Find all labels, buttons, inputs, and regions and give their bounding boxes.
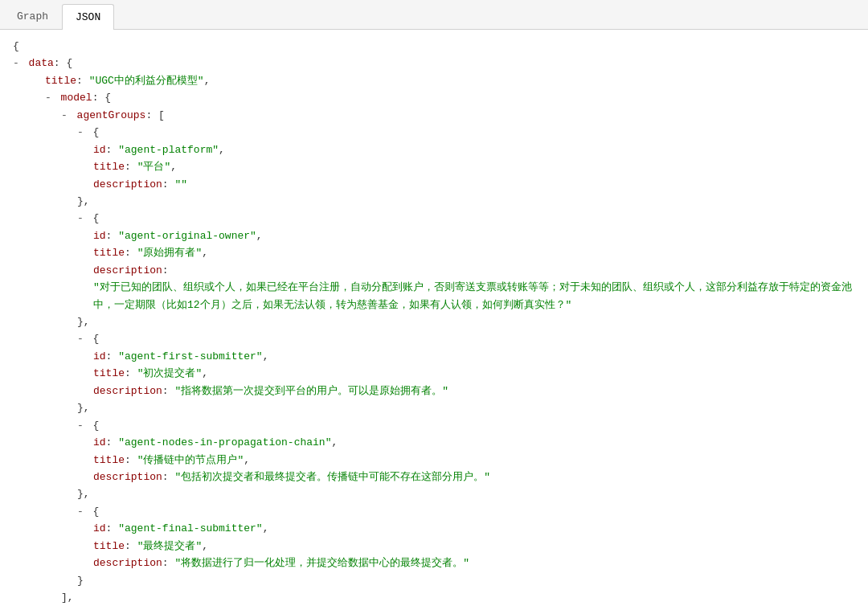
dash-symbol: - [77, 124, 90, 141]
json-string: "最终提交者" [137, 538, 203, 555]
json-trail: , [202, 365, 208, 382]
json-line: description: "指将数据第一次提交到平台的用户。可以是原始拥有者。" [13, 383, 855, 399]
json-line: title: "原始拥有者", [13, 244, 855, 261]
json-line: id: "agent-nodes-in-propagation-chain", [13, 434, 855, 451]
tab-graph[interactable]: Graph [3, 3, 62, 29]
json-line: id: "agent-first-submitter", [13, 348, 855, 365]
json-line: - { [13, 124, 855, 141]
json-string: "原始拥有者" [137, 244, 203, 261]
json-key: title [93, 452, 125, 469]
json-string: "agent-platform" [118, 141, 219, 158]
tab-json[interactable]: JSON [62, 4, 114, 30]
json-key: description [93, 469, 162, 485]
json-punct: : [106, 348, 119, 365]
json-line: title: "初次提交者", [13, 365, 855, 382]
json-punct: : { [54, 55, 72, 72]
json-line: }, [13, 399, 855, 416]
json-punct: : [162, 262, 169, 279]
json-punct: : [125, 538, 137, 555]
json-content: {- data: {title: "UGC中的利益分配模型",- model: … [0, 30, 868, 606]
json-string: "初次提交者" [137, 365, 203, 382]
json-plain: }, [77, 313, 90, 330]
json-line: ], [13, 589, 855, 606]
json-key: title [45, 72, 76, 89]
json-punct: : [162, 555, 175, 571]
json-plain: } [77, 572, 84, 589]
json-string-wrap: "对于已知的团队、组织或个人，如果已经在平台注册，自动分配到账户，否则寄送支票或… [93, 279, 855, 313]
json-line: description: "对于已知的团队、组织或个人，如果已经在平台注册，自动… [13, 262, 855, 313]
json-key: model [61, 89, 92, 106]
json-line: description: "将数据进行了归一化处理，并提交给数据中心的最终提交者… [13, 555, 855, 571]
json-punct: { [93, 124, 100, 141]
json-line: id: "agent-original-owner", [13, 227, 855, 244]
json-key: description [93, 176, 162, 193]
json-key: title [93, 158, 125, 175]
json-plain: ], [61, 589, 74, 606]
json-line: }, [13, 485, 855, 502]
json-key: id [93, 348, 106, 365]
json-trail: , [202, 244, 208, 261]
json-line: } [13, 572, 855, 589]
json-line: description: "" [13, 176, 855, 193]
json-string: "agent-original-owner" [118, 227, 256, 244]
json-line: title: "UGC中的利益分配模型", [13, 72, 855, 89]
json-punct: : [106, 520, 119, 537]
json-key: title [93, 244, 125, 261]
json-plain: }, [77, 399, 90, 416]
json-line: - data: { [13, 55, 855, 72]
json-key: id [93, 227, 106, 244]
json-key: title [93, 538, 125, 555]
json-string: "将数据进行了归一化处理，并提交给数据中心的最终提交者。" [174, 555, 469, 571]
dash-symbol: - [45, 89, 58, 106]
json-line: - { [13, 417, 855, 434]
json-key: description [93, 555, 162, 571]
json-punct: : { [92, 89, 111, 106]
json-trail: , [219, 141, 225, 158]
json-punct: : [125, 365, 137, 382]
json-line: }, [13, 193, 855, 210]
json-line: id: "agent-final-submitter", [13, 520, 855, 537]
json-key: agentGroups [77, 107, 146, 124]
json-key: data [29, 55, 54, 72]
json-key: id [93, 520, 106, 537]
json-plain: { [13, 38, 19, 55]
json-line: title: "平台", [13, 158, 855, 175]
json-string: "传播链中的节点用户" [137, 452, 244, 469]
dash-symbol: - [77, 210, 90, 227]
json-punct: { [93, 330, 100, 347]
dash-symbol: - [77, 417, 90, 434]
json-punct: : [125, 452, 137, 469]
json-trail: , [170, 158, 177, 175]
json-line: - agentGroups: [ [13, 107, 855, 124]
json-string: "agent-nodes-in-propagation-chain" [118, 434, 331, 451]
json-line: { [13, 38, 855, 55]
json-string: "包括初次提交者和最终提交者。传播链中可能不存在这部分用户。" [174, 469, 490, 485]
json-trail: , [204, 72, 211, 89]
json-trail: , [331, 434, 338, 451]
json-trail: , [256, 227, 263, 244]
dash-symbol: - [61, 107, 74, 124]
json-key: description [93, 383, 162, 399]
json-punct: : [106, 227, 119, 244]
json-line: id: "agent-platform", [13, 141, 855, 158]
json-line: - { [13, 503, 855, 520]
json-string: "" [174, 176, 187, 193]
json-key: id [93, 141, 106, 158]
json-plain: }, [77, 193, 90, 210]
json-trail: , [244, 452, 250, 469]
json-punct: { [93, 210, 100, 227]
json-key: description [93, 262, 162, 279]
json-trail: , [263, 348, 269, 365]
json-punct: : [ [145, 107, 164, 124]
json-punct: : [125, 158, 137, 175]
json-punct: : [162, 469, 175, 485]
json-punct: : [76, 72, 89, 89]
json-punct: : [162, 383, 175, 399]
json-line: }, [13, 313, 855, 330]
json-key: id [93, 434, 106, 451]
json-line: - model: { [13, 89, 855, 106]
dash-symbol: - [77, 330, 90, 347]
json-key: title [93, 365, 125, 382]
json-trail: , [202, 538, 208, 555]
json-punct: : [106, 141, 119, 158]
